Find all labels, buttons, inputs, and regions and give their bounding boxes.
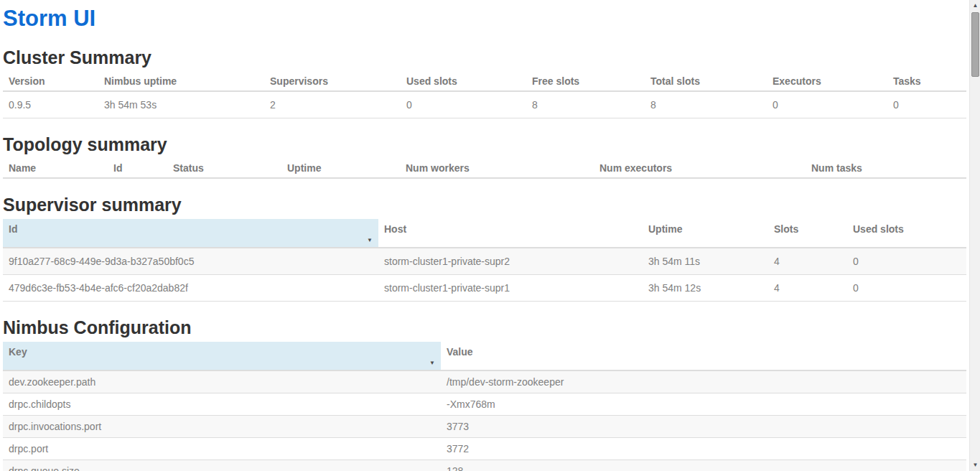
column-header-slots[interactable]: Slots (768, 219, 847, 248)
cell-config-value: -Xmx768m (441, 393, 966, 416)
column-header-status[interactable]: Status (167, 159, 281, 178)
cell-used-slots: 0 (847, 275, 966, 302)
column-header-used-slots[interactable]: Used slots (847, 219, 966, 248)
table-row: drpc.childopts -Xmx768m (3, 393, 966, 416)
column-header-id-label: Id (9, 223, 17, 235)
scrollbar-up-button[interactable]: ▲ (970, 0, 980, 11)
cell-config-value: 3772 (441, 438, 966, 460)
vertical-scrollbar[interactable]: ▲ ▼ (969, 0, 980, 471)
column-header-host[interactable]: Host (378, 219, 643, 248)
cell-host: storm-cluster1-private-supr2 (378, 248, 643, 275)
table-row: 9f10a277-68c9-449e-9d3a-b327a50bf0c5 sto… (3, 248, 966, 275)
cell-config-key: drpc.port (3, 438, 441, 460)
topology-summary-heading: Topology summary (3, 134, 966, 154)
cell-uptime: 3h 54m 11s (643, 248, 768, 275)
column-header-id-sorted[interactable]: Id ▼ (3, 219, 378, 248)
column-header-key-sorted[interactable]: Key ▼ (3, 342, 441, 370)
column-header-id[interactable]: Id (108, 159, 167, 178)
column-header-uptime[interactable]: Uptime (643, 219, 768, 248)
cell-uptime: 3h 54m 12s (643, 275, 768, 302)
storm-ui-home-link[interactable]: Storm UI (3, 6, 95, 31)
column-header-total-slots[interactable]: Total slots (645, 72, 767, 91)
scroll-up-icon: ▲ (973, 3, 979, 9)
column-header-key-label: Key (9, 346, 27, 358)
table-row: dev.zookeeper.path /tmp/dev-storm-zookee… (3, 370, 966, 393)
column-header-name[interactable]: Name (3, 159, 108, 178)
cell-host: storm-cluster1-private-supr1 (378, 275, 643, 302)
storm-ui-page: Storm UI Cluster Summary Version Nimbus … (0, 0, 969, 471)
cell-total-slots: 8 (645, 91, 767, 118)
cell-config-value: 128 (441, 460, 966, 471)
cell-supervisors: 2 (264, 91, 401, 118)
page-title: Storm UI (3, 6, 966, 32)
column-header-tasks[interactable]: Tasks (887, 72, 966, 91)
topology-summary-table: Name Id Status Uptime Num workers Num ex… (3, 159, 966, 179)
column-header-uptime[interactable]: Uptime (281, 159, 400, 178)
cell-config-key: drpc.invocations.port (3, 416, 441, 438)
cell-free-slots: 8 (526, 91, 645, 118)
cell-config-key: drpc.childopts (3, 393, 441, 416)
supervisor-summary-heading: Supervisor summary (3, 195, 966, 215)
cell-tasks: 0 (887, 91, 966, 118)
column-header-num-tasks[interactable]: Num tasks (806, 159, 966, 178)
cell-config-key: dev.zookeeper.path (3, 370, 441, 393)
table-row: drpc.port 3772 (3, 438, 966, 460)
sort-desc-icon: ▼ (367, 238, 373, 243)
column-header-value[interactable]: Value (441, 342, 966, 370)
table-row: drpc.queue.size 128 (3, 460, 966, 471)
cell-nimbus-uptime: 3h 54m 53s (98, 91, 264, 118)
supervisor-summary-section: Supervisor summary Id ▼ Host Uptime Slot… (3, 195, 966, 302)
cell-version: 0.9.5 (3, 91, 98, 118)
column-header-num-executors[interactable]: Num executors (594, 159, 806, 178)
cell-supervisor-id: 479d6c3e-fb53-4b4e-afc6-cf20a2dab82f (3, 275, 378, 302)
column-header-nimbus-uptime[interactable]: Nimbus uptime (98, 72, 264, 91)
nimbus-configuration-heading: Nimbus Configuration (3, 317, 966, 337)
nimbus-configuration-section: Nimbus Configuration Key ▼ Value dev.zoo… (3, 317, 966, 471)
column-header-free-slots[interactable]: Free slots (526, 72, 645, 91)
column-header-num-workers[interactable]: Num workers (400, 159, 594, 178)
cluster-summary-section: Cluster Summary Version Nimbus uptime Su… (3, 47, 966, 118)
table-row: 0.9.5 3h 54m 53s 2 0 8 8 0 0 (3, 91, 966, 118)
table-header-row: Name Id Status Uptime Num workers Num ex… (3, 159, 966, 178)
column-header-version[interactable]: Version (3, 72, 98, 91)
table-header-row: Version Nimbus uptime Supervisors Used s… (3, 72, 966, 91)
column-header-executors[interactable]: Executors (767, 72, 887, 91)
cell-config-key: drpc.queue.size (3, 460, 441, 471)
column-header-used-slots[interactable]: Used slots (401, 72, 526, 91)
cluster-summary-table: Version Nimbus uptime Supervisors Used s… (3, 72, 966, 118)
table-row: 479d6c3e-fb53-4b4e-afc6-cf20a2dab82f sto… (3, 275, 966, 302)
cell-used-slots: 0 (847, 248, 966, 275)
sort-desc-icon: ▼ (429, 360, 435, 366)
cell-config-value: /tmp/dev-storm-zookeeper (441, 370, 966, 393)
cell-supervisor-id: 9f10a277-68c9-449e-9d3a-b327a50bf0c5 (3, 248, 378, 275)
table-row: drpc.invocations.port 3773 (3, 416, 966, 438)
topology-summary-section: Topology summary Name Id Status Uptime N… (3, 134, 966, 179)
cell-used-slots: 0 (401, 91, 526, 118)
cell-slots: 4 (768, 248, 847, 275)
scrollbar-thumb[interactable] (971, 12, 979, 77)
table-header-row: Id ▼ Host Uptime Slots Used slots (3, 219, 966, 248)
cell-slots: 4 (768, 275, 847, 302)
scrollbar-down-button[interactable]: ▼ (970, 460, 980, 471)
table-header-row: Key ▼ Value (3, 342, 966, 370)
cell-config-value: 3773 (441, 416, 966, 438)
scroll-down-icon: ▼ (973, 462, 979, 468)
supervisor-summary-table: Id ▼ Host Uptime Slots Used slots 9f10a2… (3, 219, 966, 302)
column-header-supervisors[interactable]: Supervisors (264, 72, 401, 91)
cell-executors: 0 (767, 91, 887, 118)
cluster-summary-heading: Cluster Summary (3, 47, 966, 67)
nimbus-configuration-table: Key ▼ Value dev.zookeeper.path /tmp/dev-… (3, 342, 966, 471)
